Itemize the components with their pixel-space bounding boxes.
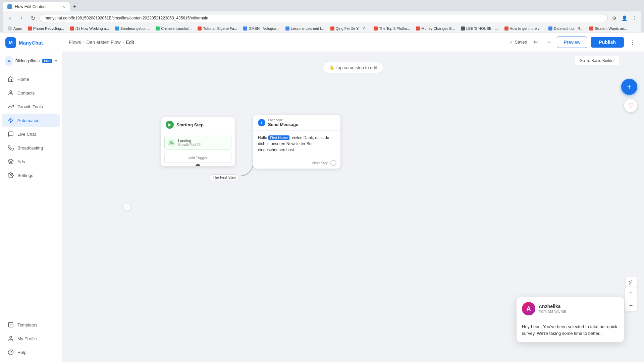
profile-icon[interactable]: 👤 — [620, 14, 629, 22]
starting-step-title: Starting Step — [176, 122, 204, 127]
sidebar-item-my-profile[interactable]: My Profile — [2, 332, 60, 345]
bookmark-phone[interactable]: Phone Recycling... — [25, 26, 67, 31]
bookmark-yt1[interactable]: (1) How Working a... — [67, 26, 112, 31]
undo-button[interactable]: ↩ — [531, 37, 540, 47]
new-tab-button[interactable]: + — [70, 2, 79, 11]
sidebar-item-label: Contacts — [17, 90, 35, 96]
svg-point-11 — [170, 141, 172, 142]
sidebar-item-automation[interactable]: Automation — [2, 114, 60, 127]
sidebar-item-label: Automation — [17, 118, 40, 123]
bookmark-gmsn[interactable]: GMSN - Vologda... — [240, 26, 282, 31]
bookmark-tut[interactable]: Tutorial: Eigene Fa... — [195, 26, 240, 31]
svg-point-7 — [10, 336, 12, 338]
bookmark-top3[interactable]: The Top 3 Platfor... — [371, 26, 413, 31]
forward-button[interactable]: › — [17, 13, 26, 23]
more-options-button[interactable]: ⋮ — [627, 37, 637, 48]
sidebar-item-help[interactable]: Help — [2, 346, 60, 359]
canvas: 👆 Tap some step to edit Go To Basic Buil… — [62, 52, 644, 362]
starting-node-header: ▶ Starting Step — [161, 117, 235, 132]
node-trigger-item[interactable]: Landing Growth Tool #3 — [164, 136, 231, 149]
bookmark-morev[interactable]: How to get more v... — [502, 26, 545, 31]
broadcasting-icon — [7, 144, 14, 151]
sidebar-item-label: Home — [17, 77, 29, 82]
zoom-in-button[interactable]: + — [625, 287, 637, 299]
message-pre: Hallo — [258, 135, 268, 140]
preview-button[interactable]: Preview — [557, 37, 588, 48]
bookmark-lessons[interactable]: Lessons Learned f... — [283, 26, 327, 31]
contacts-icon — [7, 89, 14, 96]
sidebar-item-label: Ads — [17, 159, 25, 164]
bookmark-lee[interactable]: LEE 'S HOUSE—... — [458, 26, 501, 31]
menu-icon[interactable]: ⋮ — [630, 14, 639, 22]
bookmark-label: GMSN - Vologda... — [249, 26, 279, 31]
sidebar-item-broadcasting[interactable]: Broadcasting — [2, 141, 60, 155]
sidebar-item-ads[interactable]: Ads — [2, 155, 60, 168]
sidebar-account[interactable]: BF Bildungsfirma PRO ▾ — [0, 53, 62, 69]
send-message-node[interactable]: f Facebook Send Message Hallo First Name… — [253, 115, 340, 169]
back-button[interactable]: ‹ — [5, 13, 15, 23]
breadcrumb: Flows › Den ersten Flow › Edit — [69, 40, 134, 45]
add-trigger-button[interactable]: Add Trigger — [164, 153, 231, 163]
main-content: Flows › Den ersten Flow › Edit ✓ Saved ↩… — [62, 33, 644, 362]
breadcrumb-sep-2: › — [123, 40, 124, 45]
pro-badge: PRO — [42, 59, 52, 63]
sidebar-collapse-button[interactable]: ‹ — [123, 203, 131, 211]
topbar: Flows › Den ersten Flow › Edit ✓ Saved ↩… — [62, 33, 644, 52]
bookmark-sg[interactable]: Sonderangebot:... — [112, 26, 152, 31]
svg-marker-2 — [8, 159, 13, 162]
chat-widget[interactable]: A Anzhelika from ManyChat Hey Leon, You'… — [517, 297, 624, 342]
extensions-icon[interactable]: ⚙ — [610, 14, 619, 22]
breadcrumb-flow-name[interactable]: Den ersten Flow — [87, 40, 121, 45]
bookmark-label: Lessons Learned f... — [291, 26, 324, 31]
tab-close-btn[interactable]: × — [62, 4, 65, 9]
help-icon — [7, 349, 14, 356]
message-node-header: f Facebook Send Message — [253, 115, 340, 131]
favorites-button[interactable]: ♡ — [624, 99, 637, 112]
sidebar-item-templates[interactable]: Templates — [2, 318, 60, 331]
next-step-connector[interactable] — [330, 160, 336, 166]
browser-chrome: Flow Edit Content × + ‹ › ↻ ⚙ 👤 ⋮ Apps P… — [0, 0, 644, 33]
chat-info: Anzhelika from ManyChat — [539, 304, 566, 314]
canvas-hint: 👆 Tap some step to edit — [323, 62, 383, 73]
bookmark-qing[interactable]: Qing Fei De Yi - Y... — [328, 26, 371, 31]
sidebar-item-home[interactable]: Home — [2, 72, 60, 86]
bookmark-label: Datenschutz - R... — [554, 26, 583, 31]
sidebar-item-settings[interactable]: Settings — [2, 169, 60, 182]
bookmark-money[interactable]: Money Changes E... — [413, 26, 458, 31]
sidebar-item-label: Templates — [17, 322, 37, 327]
account-chevron-icon: ▾ — [55, 59, 57, 63]
reload-button[interactable]: ↻ — [28, 13, 38, 23]
redo-button[interactable]: ↪ — [544, 37, 553, 47]
bookmark-label: Student Wants an... — [595, 26, 627, 31]
bookmark-favicon — [70, 26, 74, 31]
live-chat-icon — [7, 131, 14, 137]
goto-basic-builder-button[interactable]: Go To Basic Builder — [575, 56, 620, 65]
home-icon — [7, 76, 14, 82]
bookmark-ds[interactable]: Datenschutz - R... — [546, 26, 586, 31]
trigger-name: Landing — [178, 139, 201, 143]
publish-button[interactable]: Publish — [591, 37, 624, 48]
starting-step-node[interactable]: ▶ Starting Step Landing Growth Tool #3 A… — [161, 117, 235, 166]
sidebar-item-growth-tools[interactable]: Growth Tools — [2, 100, 60, 113]
my-profile-icon — [7, 335, 14, 342]
breadcrumb-flows[interactable]: Flows — [69, 40, 81, 45]
svg-marker-1 — [8, 118, 13, 123]
add-fab-button[interactable]: + — [621, 79, 637, 95]
browser-tab-active[interactable]: Flow Edit Content × — [3, 2, 70, 11]
app-container: M ManyChat BF Bildungsfirma PRO ▾ Home C… — [0, 33, 644, 362]
message-node-title: Send Message — [268, 122, 298, 127]
sidebar-item-live-chat[interactable]: Live Chat — [2, 127, 60, 141]
trigger-icon — [168, 139, 175, 146]
saved-check-icon: ✓ — [509, 40, 513, 45]
chat-header: A Anzhelika from ManyChat — [517, 297, 624, 320]
bookmark-student[interactable]: Student Wants an... — [587, 26, 630, 31]
bookmark-apps[interactable]: Apps — [5, 26, 24, 31]
zoom-out-button[interactable]: − — [625, 299, 637, 311]
next-step-label: Next Step — [312, 161, 328, 165]
topbar-right: ✓ Saved ↩ ↪ Preview Publish ⋮ — [509, 37, 637, 48]
address-bar[interactable] — [40, 14, 608, 22]
bookmark-favicon — [285, 26, 289, 31]
sidebar-item-contacts[interactable]: Contacts — [2, 86, 60, 100]
breadcrumb-current: Edit — [126, 40, 134, 45]
bookmark-cn[interactable]: Chinese translati... — [153, 26, 194, 31]
